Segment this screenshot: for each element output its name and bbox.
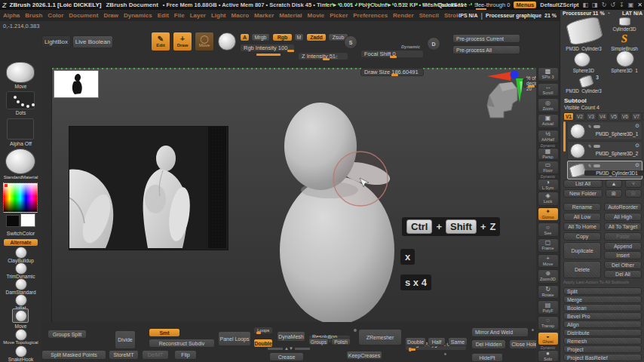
- paste-button[interactable]: Paste: [604, 232, 642, 241]
- switch-color-button[interactable]: SwitchColor: [0, 231, 41, 236]
- mirror-dot[interactable]: [532, 329, 534, 331]
- move-up-button[interactable]: ▲: [606, 179, 622, 188]
- tool-thumbnail-simplebrush[interactable]: S: [618, 32, 631, 44]
- alpha-thumbnail[interactable]: [7, 118, 34, 140]
- crease-button[interactable]: Crease: [269, 352, 304, 361]
- mirror-and-weld-button[interactable]: Mirror And Weld: [471, 327, 529, 337]
- menus-button[interactable]: Menus: [514, 2, 536, 8]
- delete-button[interactable]: Delete: [563, 261, 601, 278]
- subtool-section-title[interactable]: Subtool: [564, 97, 587, 104]
- resolution-dot-toggle[interactable]: [354, 329, 357, 332]
- storemt-button[interactable]: StoreMT: [109, 350, 139, 360]
- sync-icon[interactable]: ↻: [602, 2, 607, 8]
- current-brush-thumbnail[interactable]: [6, 62, 35, 83]
- lock-button[interactable]: ◈ Lock: [538, 192, 558, 206]
- loops-slider[interactable]: Loops: [253, 327, 273, 334]
- all-to-target-button[interactable]: All To Target: [604, 222, 642, 231]
- polyf-button[interactable]: ▤ PolyF: [538, 300, 558, 314]
- sculpt-viewport[interactable]: Ctrl + Shift + Z x s x 4: [51, 68, 536, 322]
- subtool-tab[interactable]: V6: [620, 112, 630, 121]
- lightbox-button[interactable]: LightBox: [41, 35, 71, 48]
- all-to-home-button[interactable]: All To Home: [563, 222, 601, 231]
- subtool-row[interactable]: ✎ ⊙ PM3D_Sphere3D_1: [567, 121, 642, 140]
- rgb-button[interactable]: Rgb: [272, 33, 293, 41]
- scroll-button[interactable]: ↔ Scroll: [538, 83, 558, 97]
- stroke-curve-s-icon[interactable]: S: [344, 35, 357, 49]
- subtool-tab[interactable]: V1: [563, 112, 574, 121]
- move-mode-button[interactable]: ◯Move: [195, 32, 214, 51]
- subtool-op-button[interactable]: Split: [563, 287, 642, 295]
- menu-item[interactable]: Edit: [158, 12, 169, 19]
- insert-button[interactable]: Insert: [604, 251, 642, 259]
- subtool-op-button[interactable]: Project BasRelief: [563, 354, 642, 361]
- tool-thumbnail-sphere3d[interactable]: [574, 52, 590, 67]
- append-button[interactable]: Append: [604, 242, 642, 250]
- menu-item[interactable]: Dynamics: [124, 12, 152, 19]
- intensity-fill-bar[interactable]: [256, 54, 281, 56]
- tool-thumbnail-selected-cylinder[interactable]: [566, 15, 603, 47]
- subtool-row[interactable]: ✎ ⊙ PM3D_Sphere3D_2: [567, 141, 642, 160]
- export-icon[interactable]: ↧: [619, 2, 624, 8]
- menu-item[interactable]: Stencil: [419, 12, 439, 19]
- camera-head-gizmo[interactable]: [487, 71, 523, 118]
- subtool-tab[interactable]: V7: [631, 112, 642, 121]
- rgb-intensity-slider[interactable]: Rgb Intensity 100: [240, 44, 295, 52]
- subtool-tab[interactable]: V3: [586, 112, 596, 121]
- subtool-op-button[interactable]: Distribute: [563, 329, 642, 336]
- spix-button[interactable]: ▩ SPix 3: [538, 67, 558, 81]
- menu-item[interactable]: Stroke: [444, 12, 458, 19]
- delmt-button[interactable]: DelMT: [142, 350, 169, 360]
- preprocess-all-button[interactable]: Pre-process All: [452, 45, 520, 54]
- rotate-button[interactable]: ↻ Rotate: [538, 285, 558, 299]
- menu-item[interactable]: Marker: [254, 12, 274, 19]
- list-all-button[interactable]: List All: [563, 179, 603, 188]
- draw-size-d-icon[interactable]: D: [427, 37, 440, 51]
- move-down-button[interactable]: ▼: [625, 179, 642, 188]
- solo-button[interactable]: Dynamic ● Solo: [538, 347, 558, 361]
- persp-button[interactable]: Dynamic ▦ Persp: [538, 145, 558, 159]
- preprocess-current-button[interactable]: Pre-process Current: [452, 34, 520, 43]
- see-through-slider[interactable]: See-through 0: [474, 2, 511, 8]
- menu-item[interactable]: Render: [393, 12, 414, 19]
- del-other-button[interactable]: Del Other: [604, 261, 642, 269]
- copy-button[interactable]: Copy: [563, 232, 601, 241]
- tool-thumbnail-sphere3d-1[interactable]: [616, 51, 634, 67]
- zoom3d-button[interactable]: ⊕ Zoom3D: [538, 269, 558, 284]
- sdiv-slider[interactable]: ▲▼: [268, 346, 310, 351]
- new-folder-button[interactable]: New Folder: [563, 189, 603, 198]
- all-high-button[interactable]: All High: [604, 213, 642, 221]
- divide-button[interactable]: Divide: [115, 330, 136, 349]
- del-hidden-button[interactable]: Del Hidden: [471, 339, 506, 349]
- layout-right-icon[interactable]: ◨: [592, 2, 598, 8]
- rename-button[interactable]: Rename: [563, 203, 601, 211]
- zremesher-double-toggle[interactable]: Double: [405, 337, 426, 346]
- menu-item[interactable]: Layer: [190, 12, 206, 19]
- all-low-button[interactable]: All Low: [563, 213, 601, 221]
- subtool-tab[interactable]: V5: [609, 112, 619, 121]
- menu-item[interactable]: Document: [69, 12, 98, 19]
- tool-thumbnail-cylinder3d[interactable]: [619, 17, 630, 26]
- lsym-button[interactable]: Dynamic ◑ L.Sym: [538, 176, 558, 190]
- menu-item[interactable]: Draw: [103, 12, 118, 19]
- menu-item[interactable]: Light: [211, 12, 226, 19]
- subtool-op-button[interactable]: Project: [563, 345, 642, 353]
- reconstruct-subdiv-button[interactable]: Reconstruct Subdiv: [149, 339, 215, 348]
- groups-toggle[interactable]: Groups: [308, 338, 329, 345]
- m-button[interactable]: M: [294, 33, 304, 41]
- gizmo-button[interactable]: ✦ Gizmo: [538, 207, 558, 222]
- eye-icon[interactable]: ⊙: [635, 123, 639, 129]
- documents-icon[interactable]: ▣: [628, 2, 634, 8]
- stroke-thumbnail[interactable]: [6, 91, 35, 109]
- hidept-button[interactable]: HidePt: [471, 353, 503, 362]
- draw-mode-button[interactable]: +Draw: [173, 32, 192, 51]
- close-icon[interactable]: ✕: [637, 2, 642, 8]
- keep-creases-toggle[interactable]: KeepCreases: [346, 351, 382, 360]
- flip-button[interactable]: Flip: [174, 350, 197, 360]
- subtool-tab[interactable]: V2: [575, 112, 585, 121]
- tool-thumbnail-pm3d-cylinder[interactable]: [578, 75, 593, 89]
- subtool-op-button[interactable]: Align: [563, 321, 642, 328]
- alternate-button[interactable]: Alternate: [3, 238, 38, 247]
- subtool-scrollbar[interactable]: [563, 121, 566, 152]
- zscript-label[interactable]: DefaultZScript: [540, 2, 578, 8]
- subtool-op-button[interactable]: Boolean: [563, 304, 642, 311]
